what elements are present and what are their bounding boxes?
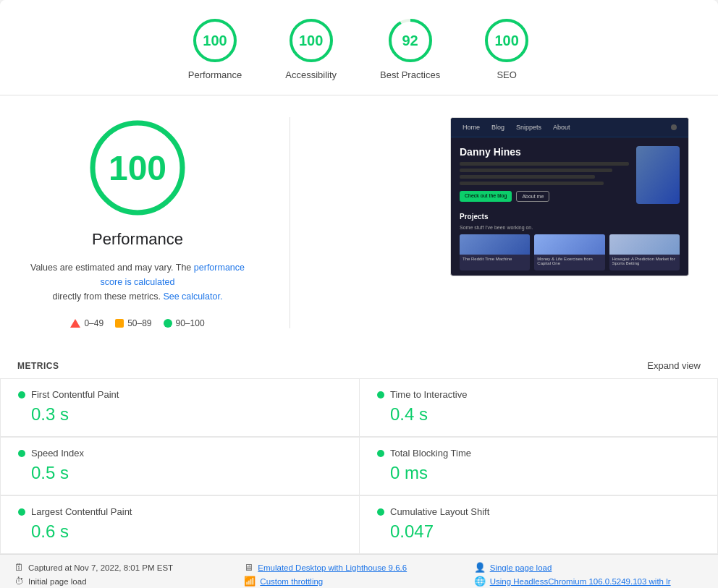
metric-name-row-tti: Time to Interactive <box>377 389 700 400</box>
fake-card-3: Hosegiai: A Prediction Market for Sports… <box>609 234 680 270</box>
metric-dot-tti <box>377 391 384 399</box>
footer-col-2: 🖥 Emulated Desktop with Lighthouse 9.6.6… <box>244 562 473 587</box>
score-circle-best-practices: 92 <box>387 17 434 64</box>
metric-cell-lcp: Largest Contentful Paint 0.6 s <box>0 495 359 554</box>
fake-btn-about: About me <box>516 191 549 202</box>
metric-name-cls: Cumulative Layout Shift <box>390 506 489 517</box>
legend-icon-green <box>164 319 172 328</box>
footer-device-link[interactable]: Emulated Desktop with Lighthouse 9.6.6 <box>258 563 407 572</box>
desktop-icon: 🖥 <box>244 562 253 573</box>
fake-card-1: The Reddit Time Machine <box>460 234 530 270</box>
footer-captured-at: 🗓 Captured at Nov 7, 2022, 8:01 PM EST <box>14 562 244 573</box>
score-value-best-practices: 92 <box>402 33 418 49</box>
fake-card-img-3 <box>609 234 680 255</box>
legend-label-orange: 50–89 <box>127 318 151 328</box>
metric-value-fcp: 0.3 s <box>18 404 342 425</box>
legend-icon-red <box>70 319 80 328</box>
close-icon <box>671 124 677 130</box>
vertical-divider <box>290 117 290 328</box>
footer-throttling: 📶 Custom throttling <box>244 576 473 587</box>
fake-card-img-1 <box>460 234 530 255</box>
metric-value-tti: 0.4 s <box>377 404 700 425</box>
footer-browser: 🌐 Using HeadlessChromium 106.0.5249.103 … <box>474 576 704 587</box>
left-panel: 100 Performance Values are estimated and… <box>29 117 246 328</box>
fake-nav: Home Blog Snippets About <box>451 118 688 137</box>
performance-description: Values are estimated and may vary. The p… <box>29 260 246 304</box>
metrics-header: METRICS Expand view <box>0 350 718 378</box>
fake-person-name: Danny Hines <box>460 146 629 158</box>
user-icon: 👤 <box>474 562 486 573</box>
site-screenshot: Home Blog Snippets About Danny Hines <box>450 117 689 276</box>
footer-col-3: 👤 Single page load 🌐 Using HeadlessChrom… <box>474 562 704 587</box>
fake-card-text-1: The Reddit Time Machine <box>460 255 530 263</box>
legend-item-red: 0–49 <box>70 318 104 328</box>
score-circle-performance: 100 <box>192 17 238 64</box>
score-label-seo: SEO <box>497 69 516 80</box>
score-item-best-practices[interactable]: 92 Best Practices <box>380 17 440 80</box>
metric-name-row-lcp: Largest Contentful Paint <box>18 506 342 517</box>
score-value-accessibility: 100 <box>299 33 323 49</box>
metric-name-fcp: First Contentful Paint <box>31 389 119 400</box>
nav-link-snippets: Snippets <box>516 124 541 131</box>
content-area: 100 Performance Values are estimated and… <box>0 95 718 350</box>
metric-name-lcp: Largest Contentful Paint <box>31 506 132 517</box>
footer-capture-text: Captured at Nov 7, 2022, 8:01 PM EST <box>28 563 173 572</box>
fake-card-text-2: Money & Life Exercises from Capital One <box>534 255 604 268</box>
fake-desc-3 <box>460 175 595 179</box>
fake-projects-title: Projects <box>460 213 680 221</box>
desc-text-1: Values are estimated and may vary. The <box>30 263 191 273</box>
metrics-grid: First Contentful Paint 0.3 s Time to Int… <box>0 378 718 554</box>
fake-buttons: Check out the blog About me <box>460 191 629 202</box>
metric-cell-si: Speed Index 0.5 s <box>0 437 359 495</box>
timer-icon: ⏱ <box>14 576 24 587</box>
expand-view-button[interactable]: Expand view <box>647 360 701 371</box>
desc-text-2: directly from these metrics. <box>53 291 161 302</box>
fake-card-2: Money & Life Exercises from Capital One <box>534 234 604 270</box>
metric-name-row-si: Speed Index <box>18 448 342 459</box>
metric-value-lcp: 0.6 s <box>18 521 342 542</box>
footer-browser-link[interactable]: Using HeadlessChromium 106.0.5249.103 wi… <box>490 577 671 586</box>
footer-throttling-link[interactable]: Custom throttling <box>260 577 323 586</box>
main-container: 100 Performance 100 Accessibility <box>0 0 718 588</box>
legend: 0–49 50–89 90–100 <box>70 318 204 328</box>
legend-item-green: 90–100 <box>164 318 205 328</box>
scores-bar: 100 Performance 100 Accessibility <box>0 0 718 95</box>
score-value-seo: 100 <box>494 33 518 49</box>
calculator-link[interactable]: See calculator. <box>163 291 222 302</box>
nav-link-about: About <box>553 124 570 131</box>
performance-title: Performance <box>92 230 183 249</box>
fake-desc-1 <box>460 162 629 166</box>
metric-name-si: Speed Index <box>31 448 84 459</box>
metric-cell-cls: Cumulative Layout Shift 0.047 <box>359 495 718 554</box>
metric-cell-tbt: Total Blocking Time 0 ms <box>359 437 718 495</box>
big-score-value: 100 <box>109 148 166 188</box>
footer-col-1: 🗓 Captured at Nov 7, 2022, 8:01 PM EST ⏱… <box>14 562 244 587</box>
footer-load-type: 👤 Single page load <box>474 562 704 573</box>
metric-cell-fcp: First Contentful Paint 0.3 s <box>0 378 359 437</box>
fake-btn-blog: Check out the blog <box>460 191 512 202</box>
score-label-best-practices: Best Practices <box>380 69 440 80</box>
legend-item-orange: 50–89 <box>115 318 151 328</box>
legend-icon-orange <box>115 319 124 328</box>
legend-label-red: 0–49 <box>84 318 104 328</box>
fake-projects-subtitle: Some stuff I've been working on. <box>460 225 680 230</box>
footer-device: 🖥 Emulated Desktop with Lighthouse 9.6.6 <box>244 562 473 573</box>
metric-dot-si <box>18 450 25 457</box>
metric-dot-cls <box>377 508 384 516</box>
metric-name-tti: Time to Interactive <box>390 389 467 400</box>
score-label-accessibility: Accessibility <box>285 69 337 80</box>
fake-projects-section: Projects Some stuff I've been working on… <box>451 213 688 276</box>
score-item-performance[interactable]: 100 Performance <box>188 17 242 80</box>
footer-page-load-text: Initial page load <box>28 577 87 586</box>
score-item-accessibility[interactable]: 100 Accessibility <box>285 17 337 80</box>
calendar-icon: 🗓 <box>14 562 24 573</box>
right-panel: Home Blog Snippets About Danny Hines <box>334 117 689 276</box>
metric-value-si: 0.5 s <box>18 463 342 483</box>
screenshot-inner: Home Blog Snippets About Danny Hines <box>451 118 688 276</box>
footer-load-link[interactable]: Single page load <box>490 563 552 572</box>
metric-dot-fcp <box>18 391 25 399</box>
metric-value-tbt: 0 ms <box>377 463 700 483</box>
score-circle-accessibility: 100 <box>288 17 334 64</box>
score-item-seo[interactable]: 100 SEO <box>483 17 530 80</box>
footer-bar: 🗓 Captured at Nov 7, 2022, 8:01 PM EST ⏱… <box>0 554 718 588</box>
